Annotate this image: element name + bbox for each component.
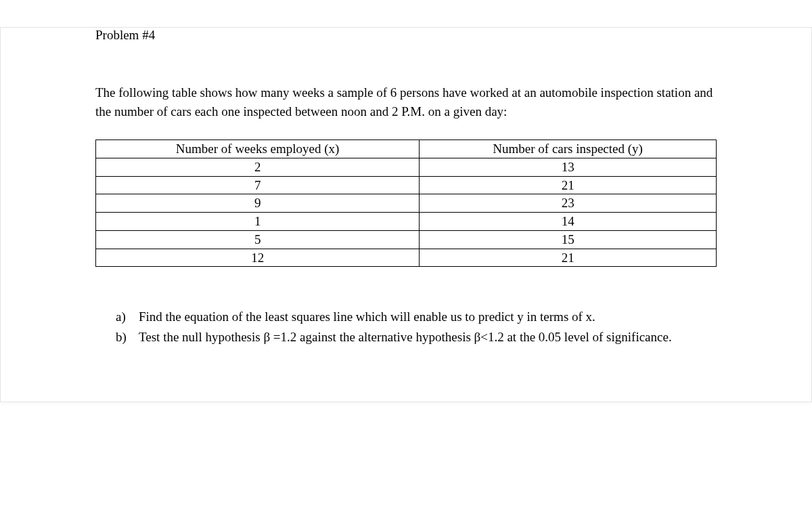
cell-x: 12 (96, 249, 420, 267)
cell-y: 14 (420, 213, 717, 231)
table-header-row: Number of weeks employed (x) Number of c… (96, 140, 717, 158)
header-x: Number of weeks employed (x) (96, 140, 420, 158)
table-row: 2 13 (96, 158, 717, 176)
question-text: Test the null hypothesis β =1.2 against … (139, 330, 672, 344)
document-page: Problem #4 The following table shows how… (0, 27, 812, 402)
problem-intro: The following table shows how many weeks… (95, 83, 717, 121)
header-y: Number of cars inspected (y) (420, 140, 717, 158)
question-list: a) Find the equation of the least square… (95, 307, 717, 346)
cell-y: 21 (420, 249, 717, 267)
cell-y: 15 (420, 230, 717, 249)
problem-title: Problem #4 (95, 28, 717, 43)
cell-x: 7 (96, 176, 420, 194)
table-row: 7 21 (96, 176, 717, 194)
cell-y: 13 (420, 158, 717, 176)
cell-x: 1 (96, 213, 420, 231)
question-a: a) Find the equation of the least square… (139, 307, 717, 326)
question-marker: b) (116, 328, 127, 347)
cell-x: 2 (96, 158, 420, 176)
question-b: b) Test the null hypothesis β =1.2 again… (139, 328, 717, 347)
cell-x: 9 (96, 194, 420, 213)
table-row: 1 14 (96, 213, 717, 231)
table-row: 9 23 (96, 194, 717, 213)
data-table: Number of weeks employed (x) Number of c… (95, 140, 717, 267)
cell-y: 21 (420, 176, 717, 194)
cell-y: 23 (420, 194, 717, 213)
question-marker: a) (116, 307, 126, 326)
table-row: 5 15 (96, 230, 717, 249)
question-text: Find the equation of the least squares l… (139, 309, 595, 324)
cell-x: 5 (96, 230, 420, 249)
table-row: 12 21 (96, 249, 717, 267)
